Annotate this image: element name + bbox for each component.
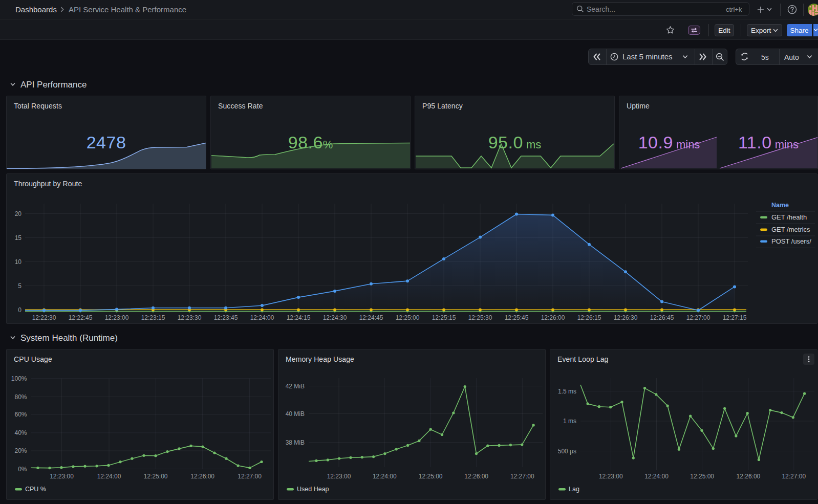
svg-text:12:26:30: 12:26:30	[614, 314, 638, 321]
svg-text:12:24:00: 12:24:00	[97, 473, 121, 480]
svg-text:5: 5	[18, 282, 21, 290]
svg-text:GET /health: GET /health	[771, 213, 807, 221]
svg-text:12:24:00: 12:24:00	[250, 314, 274, 321]
svg-text:12:25:30: 12:25:30	[468, 314, 492, 321]
svg-text:12:24:00: 12:24:00	[644, 473, 669, 480]
svg-text:40%: 40%	[14, 429, 27, 436]
svg-text:POST /users/: POST /users/	[771, 237, 811, 245]
svg-text:12:23:15: 12:23:15	[141, 314, 165, 321]
svg-text:60%: 60%	[14, 411, 27, 418]
svg-text:12:23:45: 12:23:45	[214, 314, 238, 321]
svg-text:12:25:00: 12:25:00	[396, 314, 420, 321]
svg-text:0: 0	[18, 306, 21, 314]
svg-text:40 MiB: 40 MiB	[286, 410, 305, 418]
svg-text:15: 15	[15, 234, 22, 242]
svg-text:12:22:30: 12:22:30	[32, 314, 56, 321]
svg-text:GET /metrics: GET /metrics	[771, 226, 810, 233]
svg-text:12:27:00: 12:27:00	[238, 473, 262, 480]
svg-text:38 MiB: 38 MiB	[286, 439, 305, 446]
svg-text:12:26:00: 12:26:00	[541, 314, 565, 321]
svg-text:12:27:00: 12:27:00	[510, 473, 534, 480]
svg-text:Name: Name	[771, 202, 789, 209]
svg-text:42 MiB: 42 MiB	[286, 383, 305, 390]
svg-text:12:23:30: 12:23:30	[178, 314, 202, 321]
svg-text:12:23:00: 12:23:00	[599, 473, 623, 480]
svg-text:12:26:00: 12:26:00	[737, 473, 761, 480]
svg-text:12:26:15: 12:26:15	[577, 314, 601, 321]
svg-text:12:25:00: 12:25:00	[690, 473, 714, 480]
svg-text:12:23:00: 12:23:00	[327, 473, 351, 480]
svg-text:12:23:00: 12:23:00	[105, 314, 129, 321]
svg-text:12:25:00: 12:25:00	[419, 473, 443, 480]
svg-text:12:24:30: 12:24:30	[323, 314, 347, 321]
svg-text:20: 20	[15, 210, 22, 217]
svg-text:12:25:15: 12:25:15	[432, 314, 456, 321]
svg-text:500 µs: 500 µs	[558, 448, 576, 455]
svg-text:12:26:45: 12:26:45	[650, 314, 674, 321]
svg-text:100%: 100%	[11, 375, 27, 382]
svg-text:12:22:45: 12:22:45	[69, 314, 93, 321]
svg-text:12:26:00: 12:26:00	[464, 473, 488, 480]
svg-text:80%: 80%	[14, 393, 27, 401]
svg-text:20%: 20%	[14, 447, 27, 454]
svg-text:12:27:15: 12:27:15	[723, 314, 747, 321]
svg-text:12:27:00: 12:27:00	[686, 314, 711, 321]
svg-text:12:24:00: 12:24:00	[373, 473, 397, 480]
svg-text:12:27:00: 12:27:00	[782, 473, 806, 480]
svg-text:10: 10	[15, 258, 22, 266]
svg-text:12:25:45: 12:25:45	[505, 314, 529, 321]
svg-text:12:24:45: 12:24:45	[359, 314, 383, 321]
svg-text:0%: 0%	[18, 466, 27, 473]
svg-text:12:23:00: 12:23:00	[50, 473, 74, 480]
svg-text:1 ms: 1 ms	[563, 418, 576, 425]
svg-text:12:25:00: 12:25:00	[144, 473, 168, 480]
svg-text:1.5 ms: 1.5 ms	[558, 388, 576, 395]
svg-text:12:24:15: 12:24:15	[287, 314, 311, 321]
svg-text:12:26:00: 12:26:00	[190, 473, 214, 480]
